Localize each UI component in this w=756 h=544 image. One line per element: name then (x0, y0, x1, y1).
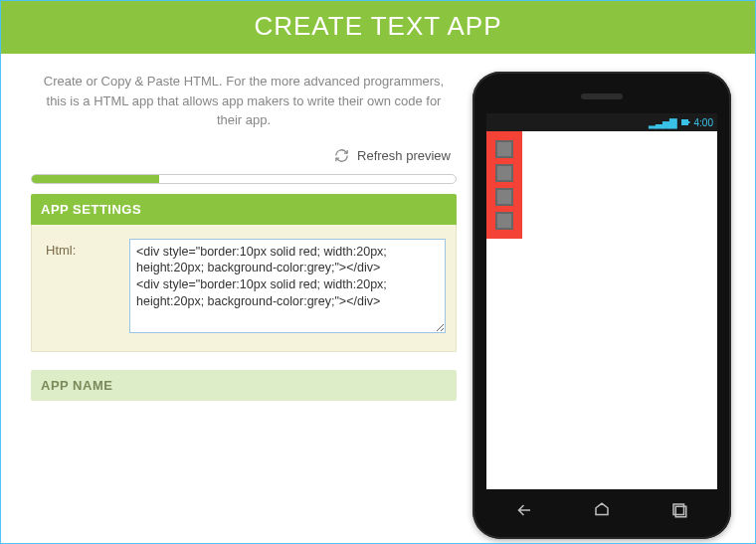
panel-header-settings[interactable]: APP SETTINGS (31, 194, 457, 225)
home-icon (589, 501, 615, 519)
progress-fill (32, 175, 159, 183)
html-label: Html: (46, 239, 115, 333)
phone-earpiece (581, 93, 623, 99)
svg-rect-0 (681, 119, 688, 125)
phone-preview-content (486, 131, 717, 239)
panel-header-name[interactable]: APP NAME (31, 370, 457, 401)
status-time: 4:00 (694, 117, 713, 128)
preview-box (495, 140, 513, 158)
phone-navbar (486, 493, 717, 527)
html-input[interactable] (129, 239, 446, 333)
battery-icon (680, 117, 690, 127)
preview-box (495, 188, 513, 206)
preview-box (495, 164, 513, 182)
intro-text: Create or Copy & Paste HTML. For the mor… (31, 72, 457, 130)
back-icon (513, 501, 535, 519)
recent-icon (668, 501, 690, 519)
phone-screen: ▂▃▅▇ 4:00 (486, 113, 717, 489)
panel-app-name: APP NAME (31, 370, 457, 401)
progress-bar (31, 174, 457, 184)
preview-red-strip (486, 131, 522, 239)
page-header: CREATE TEXT APP (1, 1, 755, 54)
refresh-icon[interactable] (334, 148, 349, 166)
phone-mockup: ▂▃▅▇ 4:00 (472, 72, 731, 539)
phone-statusbar: ▂▃▅▇ 4:00 (486, 113, 717, 131)
preview-box (495, 212, 513, 230)
signal-icon: ▂▃▅▇ (649, 117, 676, 128)
page-title: CREATE TEXT APP (254, 11, 501, 41)
refresh-preview-link[interactable]: Refresh preview (357, 148, 451, 163)
panel-app-settings: APP SETTINGS Html: (31, 194, 457, 352)
svg-rect-1 (688, 121, 690, 123)
